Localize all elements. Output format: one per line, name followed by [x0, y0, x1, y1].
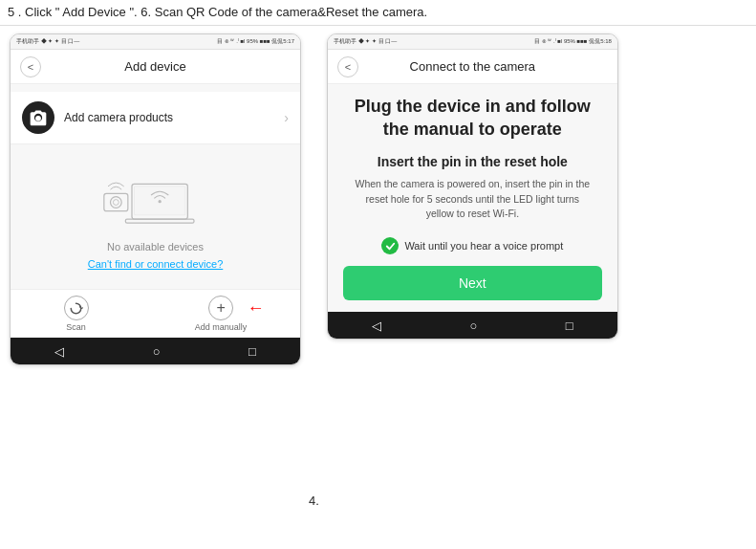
add-manually-icon: + — [208, 296, 233, 320]
device-illustration — [98, 162, 213, 233]
svg-point-0 — [35, 116, 41, 121]
camera-icon — [22, 101, 54, 134]
nav-home-right[interactable]: ○ — [469, 318, 477, 333]
back-button-right[interactable]: < — [337, 56, 358, 77]
voice-prompt-row: Wait until you hear a voice prompt — [381, 237, 563, 254]
connect-subtitle: Insert the pin in the reset hole — [378, 154, 568, 169]
connect-main-title: Plug the device in and follow the manual… — [343, 96, 602, 141]
phone-left: 手机助手 ◆ ✦ ✦ 目 口— 目 ⊕ ᵂ .ˡ ■l 95% ■■■ 侃侃5:… — [10, 33, 301, 365]
back-button-left[interactable]: < — [20, 56, 41, 77]
nav-square-right[interactable]: □ — [566, 318, 573, 333]
next-button[interactable]: Next — [343, 266, 602, 300]
connect-content: Plug the device in and follow the manual… — [328, 84, 617, 312]
add-device-list: Add camera products › — [11, 92, 300, 144]
scan-svg — [69, 301, 83, 316]
svg-point-3 — [113, 200, 119, 206]
scan-icon — [64, 296, 89, 320]
status-left-icons: 手机助手 ◆ ✦ ✦ 目 口— — [16, 37, 79, 46]
status-bar-right: 手机助手 ◆ ✦ ✦ 目 口— 目 ⊕ ᵂ .ˡ ■l 95% ■■■ 侃侃5:… — [328, 34, 617, 50]
instruction-text: 5 . Click " Add Device ". 6. Scan QR Cod… — [0, 0, 756, 26]
svg-point-7 — [158, 200, 161, 203]
status-right-icons-right: 目 ⊕ ᵂ .ˡ ■l 95% ■■■ 侃侃5:18 — [534, 37, 612, 46]
status-right-icons: 目 ⊕ ᵂ .ˡ ■l 95% ■■■ 侃侃5:17 — [217, 37, 294, 46]
nav-home-left[interactable]: ○ — [153, 344, 161, 359]
add-manually-label: Add manually — [195, 322, 248, 332]
no-devices-area: No available devices Can't find or conne… — [11, 144, 300, 289]
scan-toolbar-item[interactable]: Scan — [64, 296, 89, 332]
nav-back-left[interactable]: ◁ — [54, 344, 64, 359]
add-camera-item[interactable]: Add camera products › — [11, 92, 300, 144]
svg-point-2 — [110, 197, 121, 209]
nav-bar-right: ◁ ○ □ — [328, 312, 617, 339]
nav-back-right[interactable]: ◁ — [372, 318, 381, 333]
cant-find-link[interactable]: Can't find or connect device? — [88, 258, 224, 270]
add-manually-toolbar-item[interactable]: + Add manually ← — [195, 296, 248, 332]
red-arrow-icon: ← — [247, 299, 264, 317]
phones-row: 手机助手 ◆ ✦ ✦ 目 口— 目 ⊕ ᵂ .ˡ ■l 95% ■■■ 侃侃5:… — [0, 26, 756, 546]
connect-description: When the camera is powered on, insert th… — [343, 177, 602, 222]
nav-square-left[interactable]: □ — [248, 344, 256, 359]
label-4: 4. — [309, 494, 319, 508]
screen-content-right: Plug the device in and follow the manual… — [328, 84, 617, 312]
nav-bar-left: ◁ ○ □ — [11, 338, 300, 364]
chevron-right-icon: › — [284, 110, 289, 125]
status-left-icons-right: 手机助手 ◆ ✦ ✦ 目 口— — [334, 37, 397, 46]
voice-prompt-text: Wait until you hear a voice prompt — [404, 240, 563, 252]
svg-rect-6 — [125, 219, 194, 223]
main-container: 手机助手 ◆ ✦ ✦ 目 口— 目 ⊕ ᵂ .ˡ ■l 95% ■■■ 侃侃5:… — [0, 26, 756, 546]
checkmark-svg — [385, 241, 396, 252]
header-title-right: Connect to the camera — [358, 59, 587, 74]
add-camera-label: Add camera products — [64, 111, 284, 124]
check-circle-icon — [381, 237, 399, 254]
bottom-toolbar: Scan + Add manually ← — [11, 289, 300, 338]
camera-svg — [29, 108, 48, 127]
app-header-right: < Connect to the camera — [328, 50, 617, 84]
app-header-left: < Add device — [11, 50, 300, 84]
scan-label: Scan — [66, 322, 86, 332]
header-title-left: Add device — [41, 59, 270, 74]
no-devices-text: No available devices — [107, 241, 204, 253]
phone-right: 手机助手 ◆ ✦ ✦ 目 口— 目 ⊕ ᵂ .ˡ ■l 95% ■■■ 侃侃5:… — [327, 33, 618, 340]
status-bar-left: 手机助手 ◆ ✦ ✦ 目 口— 目 ⊕ ᵂ .ˡ ■l 95% ■■■ 侃侃5:… — [11, 34, 300, 50]
screen-content-left: Add camera products › — [11, 84, 300, 338]
